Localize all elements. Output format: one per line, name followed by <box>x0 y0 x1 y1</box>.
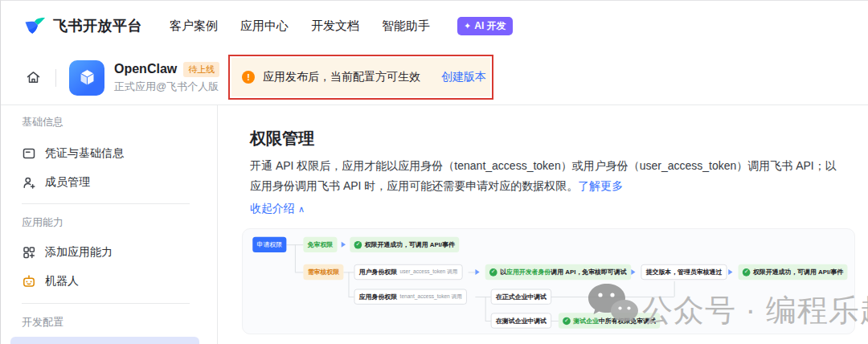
connector-line <box>295 244 296 272</box>
sidebar-item-robot[interactable]: 机器人 <box>22 267 207 296</box>
flow-canvas: 申请权限 免审权限 ✓ 权限开通成功，可调用 API/事件 需审核权限 用户身份… <box>243 229 855 334</box>
sidebar-item-credentials[interactable]: 凭证与基础信息 <box>22 139 207 168</box>
nav-item-app-center[interactable]: 应用中心 <box>240 18 289 34</box>
check-circle-icon: ✓ <box>563 317 571 325</box>
home-button[interactable] <box>25 69 43 87</box>
create-version-link[interactable]: 创建版本 <box>441 70 486 84</box>
connector-line <box>349 272 350 297</box>
flow-node-success-2: ✓ 权限开通成功，可调用 API/事件 <box>739 264 848 280</box>
flow-node-success-1: ✓ 权限开通成功，可调用 API/事件 <box>350 237 459 252</box>
collapse-label: 收起介绍 <box>250 202 295 216</box>
check-circle-icon: ✓ <box>743 268 751 276</box>
flow-node-submit-version: 提交版本，管理员审核通过 <box>641 264 727 280</box>
sidebar-item-label: 凭证与基础信息 <box>45 146 124 161</box>
nav-item-cases[interactable]: 客户案例 <box>170 18 218 34</box>
cube-icon <box>76 67 98 88</box>
connector-line <box>550 297 674 297</box>
sidebar-section-basic-info: 基础信息 <box>22 115 207 129</box>
check-circle-icon: ✓ <box>489 268 497 276</box>
sidebar-item-label: 机器人 <box>45 274 79 289</box>
connector-line <box>469 272 476 272</box>
flow-node-formal-debug: 在正式企业中调试 <box>491 289 551 305</box>
sidebar-item-label: 添加应用能力 <box>45 245 113 260</box>
learn-more-link[interactable]: 了解更多 <box>578 179 623 192</box>
sparkle-icon: ✦ <box>464 21 471 31</box>
top-nav: 飞书开放平台 客户案例 应用中心 开发文档 智能助手 ✦ AI 开发 <box>1 1 868 51</box>
app-icon <box>69 60 104 96</box>
app-header-bar: OpenClaw 待上线 正式应用@飞书个人版 ! 应用发布后，当前配置方可生效… <box>1 51 868 105</box>
alert-text: 应用发布后，当前配置方可生效 <box>263 70 420 84</box>
collapse-intro-link[interactable]: 收起介绍 ∧ <box>250 202 868 216</box>
publish-alert-bar: ! 应用发布后，当前配置方可生效 创建版本 <box>231 58 490 96</box>
flow-node-test-debug: 在测试企业中调试 <box>491 313 551 328</box>
ai-dev-badge[interactable]: ✦ AI 开发 <box>457 17 513 35</box>
flow-arrow-icon <box>342 242 346 248</box>
flow-node-app-identity: 应用身份权限 tenant_access_token 调用 <box>354 289 467 305</box>
flow-node-apply: 申请权限 <box>252 237 286 252</box>
sidebar-item-add-ability[interactable]: 添加应用能力 <box>22 238 207 267</box>
app-subtitle: 正式应用@飞书个人版 <box>114 80 219 94</box>
app-info: OpenClaw 待上线 正式应用@飞书个人版 <box>114 62 219 94</box>
main-content: 权限管理 开通 API 权限后，应用才能以应用身份（tenant_access_… <box>218 105 868 344</box>
app-name: OpenClaw <box>114 62 177 76</box>
connector-line <box>485 321 491 321</box>
chevron-up-icon: ∧ <box>298 204 305 215</box>
nav-item-dev-docs[interactable]: 开发文档 <box>311 18 359 34</box>
sidebar-item-members[interactable]: 成员管理 <box>22 168 207 197</box>
status-badge: 待上线 <box>183 62 219 77</box>
feishu-logo[interactable]: 飞书开放平台 <box>24 16 142 35</box>
nav-item-assistant[interactable]: 智能助手 <box>382 18 430 34</box>
member-add-icon <box>22 175 36 190</box>
app-window: 飞书开放平台 客户案例 应用中心 开发文档 智能助手 ✦ AI 开发 <box>0 0 868 344</box>
home-icon <box>25 69 42 86</box>
sidebar-item-label: 成员管理 <box>45 175 90 190</box>
warning-icon: ! <box>242 71 255 84</box>
flow-node-dev-debug: ✓ 以应用开发者身份调用 API，免审核即可调试 <box>485 264 631 280</box>
flow-arrow-icon <box>475 269 479 275</box>
connector-line <box>475 297 490 297</box>
flow-node-no-review: 免审权限 <box>303 237 337 252</box>
connector-line <box>485 297 486 321</box>
nav-items: 客户案例 应用中心 开发文档 智能助手 ✦ AI 开发 <box>170 17 513 35</box>
brand-name: 飞书开放平台 <box>53 16 142 35</box>
page-title: 权限管理 <box>250 128 868 149</box>
flow-arrow-icon <box>728 269 732 275</box>
connector-line <box>674 281 675 297</box>
flow-node-test-free: ✓ 测试企业中所有权限免审调试 <box>559 313 660 328</box>
feishu-bird-icon <box>24 17 46 35</box>
app-ability-icon <box>22 245 36 260</box>
connector-line <box>349 297 354 297</box>
robot-icon <box>22 274 36 289</box>
sidebar: 基础信息 凭证与基础信息 成员管理 应用能力 <box>1 105 218 344</box>
sidebar-item-selected-partial[interactable] <box>10 337 199 344</box>
sidebar-divider <box>22 203 190 204</box>
ai-badge-label: AI 开发 <box>474 19 506 33</box>
sidebar-divider <box>22 303 190 304</box>
page-description: 开通 API 权限后，应用才能以应用身份（tenant_access_token… <box>250 156 845 196</box>
header-divider <box>55 69 56 87</box>
sidebar-section-dev-config: 开发配置 <box>22 315 207 330</box>
description-text: 开通 API 权限后，应用才能以应用身份（tenant_access_token… <box>250 159 837 192</box>
flow-arrow-icon <box>631 269 635 275</box>
check-circle-icon: ✓ <box>354 240 362 248</box>
sidebar-section-app-ability: 应用能力 <box>22 215 207 230</box>
flow-node-user-identity: 用户身份权限 user_access_token 调用 <box>354 264 463 280</box>
connector-line <box>295 272 304 272</box>
flow-node-need-review: 需审核权限 <box>303 264 343 280</box>
annotation-rectangle: ! 应用发布后，当前配置方可生效 创建版本 <box>228 55 493 100</box>
credential-icon <box>22 146 36 161</box>
permission-flow-diagram: 申请权限 免审权限 ✓ 权限开通成功，可调用 API/事件 需审核权限 用户身份… <box>242 228 855 334</box>
